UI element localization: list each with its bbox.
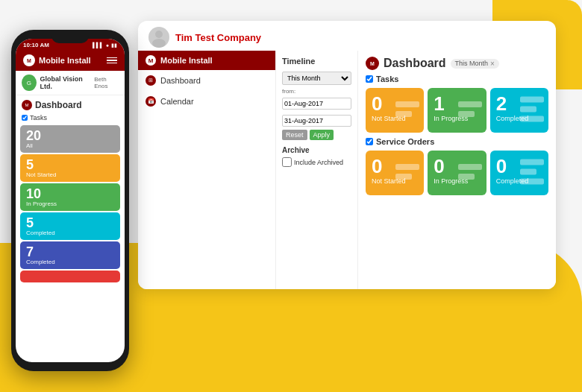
phone-card-completed-2[interactable]: 7 Completed: [20, 241, 120, 269]
calendar-icon: 📅: [146, 96, 156, 107]
hamburger-menu-icon[interactable]: [107, 57, 117, 64]
sidebar-title: Mobile Install: [160, 56, 213, 65]
phone-card-all[interactable]: 20 All: [20, 125, 120, 153]
phone-tasks-checkbox[interactable]: [22, 115, 28, 121]
phone-user-avatar: G: [22, 75, 37, 91]
tasks-checkbox[interactable]: [366, 75, 373, 83]
phone-notch: [51, 30, 89, 43]
dashboard-title-row: M Dashboard This Month ×: [366, 57, 548, 70]
phone-app-name: Mobile Install: [39, 56, 91, 65]
phone-completed-1-number: 5: [26, 216, 34, 230]
include-archived-label[interactable]: Include Archived: [282, 157, 351, 167]
phone-dash-title: M Dashboard: [16, 95, 125, 112]
service-orders-section-label: Service Orders: [376, 137, 434, 146]
phone-dash-label: Dashboard: [35, 100, 82, 110]
phone-container: 10:10 AM ▌▌▌ ● ▮▮ M Mobile Install: [11, 30, 134, 373]
phone-card-in-progress[interactable]: 10 In Progress: [20, 183, 120, 211]
phone-tasks-header: Tasks: [16, 112, 125, 124]
phone-in-progress-label: In Progress: [26, 200, 57, 207]
desktop-header: Tim Test Company: [138, 21, 556, 54]
phone-completed-2-label: Completed: [26, 259, 55, 265]
phone-completed-2-number: 7: [26, 245, 34, 259]
archive-title: Archive: [282, 146, 351, 154]
so-card-icon-in-progress: [458, 164, 482, 182]
tasks-section-header: Tasks: [366, 75, 548, 83]
phone-header-bar: M Mobile Install: [16, 50, 125, 71]
phone-user-info: Global Vision Ltd.: [40, 75, 91, 90]
company-name: Tim Test Company: [175, 32, 261, 43]
sidebar-title-bar: M Mobile Install: [138, 51, 275, 70]
apply-button[interactable]: Apply: [310, 130, 334, 140]
service-orders-checkbox[interactable]: [366, 138, 373, 145]
phone-app-name-row: M Mobile Install: [23, 54, 91, 66]
sidebar-item-dashboard-label: Dashboard: [160, 76, 201, 85]
status-time: 10:10 AM: [23, 42, 49, 48]
phone-card-not-started[interactable]: 5 Not Started: [20, 154, 120, 182]
service-orders-section-header: Service Orders: [366, 137, 548, 146]
so-in-progress-card[interactable]: 0 In Progress: [428, 151, 486, 195]
include-archived-checkbox[interactable]: [282, 157, 292, 167]
tasks-completed-card[interactable]: 2 Completed: [490, 88, 548, 133]
tasks-completed-number: 2: [496, 94, 507, 113]
phone-company-name: Global Vision Ltd.: [40, 75, 91, 90]
signal-icon: ▌▌▌: [93, 42, 104, 48]
phone-card-red-bottom: [20, 271, 120, 282]
filter-chip: This Month ×: [451, 59, 499, 69]
phone-avatar-initial: G: [27, 80, 31, 86]
card-icon-completed: [520, 97, 544, 124]
sidebar-item-dashboard[interactable]: ⊞ Dashboard: [138, 70, 275, 91]
sidebar-item-calendar[interactable]: 📅 Calendar: [138, 91, 275, 112]
sidebar-item-calendar-label: Calendar: [160, 97, 194, 106]
phone-outer: 10:10 AM ▌▌▌ ● ▮▮ M Mobile Install: [11, 30, 129, 371]
phone-user-row: G Global Vision Ltd. Beth Enos: [16, 71, 125, 95]
so-not-started-card[interactable]: 0 Not Started: [366, 151, 424, 195]
timeline-period-select[interactable]: This Month Last Month This Year: [282, 72, 351, 85]
card-icon-not-started: [395, 101, 419, 119]
reset-button[interactable]: Reset: [282, 130, 307, 140]
card-icon-in-progress: [458, 101, 482, 119]
svg-point-1: [152, 39, 166, 48]
so-completed-card[interactable]: 0 Completed: [490, 151, 548, 195]
from-label: from:: [282, 88, 351, 95]
svg-point-0: [155, 31, 163, 38]
tasks-cards-row: 0 Not Started 1 In Progress: [366, 88, 548, 133]
phone-not-started-label: Not Started: [26, 171, 56, 178]
to-date-input[interactable]: [282, 115, 351, 127]
so-card-icon-completed: [520, 159, 544, 187]
so-not-started-number: 0: [372, 157, 382, 176]
phone-all-number: 20: [26, 129, 41, 142]
wifi-icon: ●: [106, 42, 109, 48]
filter-title: Timeline: [282, 57, 351, 66]
hamburger-line-1: [107, 57, 117, 59]
page-title: Dashboard: [384, 57, 446, 70]
desktop-sidebar: M Mobile Install ⊞ Dashboard 📅 Calendar: [138, 51, 276, 289]
filter-buttons: Reset Apply: [282, 130, 351, 140]
battery-icon: ▮▮: [111, 42, 117, 48]
from-date-input[interactable]: [282, 98, 351, 110]
filter-area: Timeline This Month Last Month This Year…: [276, 51, 358, 289]
phone-card-completed-1[interactable]: 5 Completed: [20, 212, 120, 240]
phone-dash-logo: M: [22, 100, 32, 110]
hamburger-line-3: [107, 63, 117, 64]
tasks-section-label: Tasks: [376, 75, 398, 83]
status-icons: ▌▌▌ ● ▮▮: [93, 42, 117, 48]
phone-not-started-number: 5: [26, 158, 34, 171]
tasks-not-started-card[interactable]: 0 Not Started: [366, 88, 424, 133]
service-orders-cards-row: 0 Not Started 0 In Progress: [366, 151, 548, 195]
so-in-progress-number: 0: [434, 157, 444, 176]
dashboard-logo: M: [366, 57, 379, 70]
tasks-in-progress-number: 1: [434, 94, 444, 113]
hamburger-line-2: [107, 60, 117, 61]
desktop-panel: Tim Test Company M Mobile Install ⊞ Dash…: [138, 21, 556, 289]
chip-close-icon[interactable]: ×: [490, 60, 495, 68]
tasks-not-started-number: 0: [372, 94, 382, 113]
phone-app-logo: M: [23, 54, 35, 66]
phone-screen: 10:10 AM ▌▌▌ ● ▮▮ M Mobile Install: [16, 39, 125, 362]
main-content: M Dashboard This Month × Tasks 0 Not Sta…: [358, 51, 556, 289]
avatar: [148, 27, 169, 48]
tasks-in-progress-card[interactable]: 1 In Progress: [428, 88, 486, 133]
phone-all-label: All: [26, 142, 33, 149]
phone-completed-1-label: Completed: [26, 230, 55, 236]
archive-section: Archive Include Archived: [282, 146, 351, 167]
dashboard-icon: ⊞: [146, 75, 156, 86]
